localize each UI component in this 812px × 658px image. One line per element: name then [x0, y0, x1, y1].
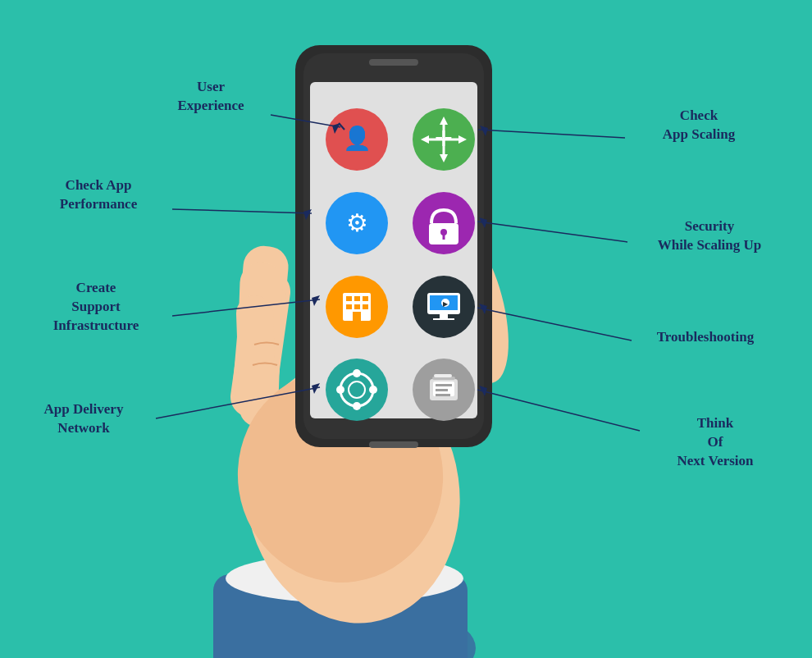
user-experience-label: UserExperience [157, 78, 264, 116]
security-while-scaling-label: SecurityWhile Scaling Up [623, 217, 796, 255]
think-of-next-version-label: ThinkOfNext Version [641, 414, 789, 471]
check-app-scaling-label: CheckApp Scaling [625, 107, 773, 144]
create-support-infrastructure-label: CreateSupportInfrastructure [34, 279, 157, 336]
check-app-performance-label: Check AppPerformance [33, 176, 164, 214]
app-delivery-network-label: App DeliveryNetwork [18, 400, 149, 438]
troubleshooting-label: Troubleshooting [632, 328, 779, 347]
